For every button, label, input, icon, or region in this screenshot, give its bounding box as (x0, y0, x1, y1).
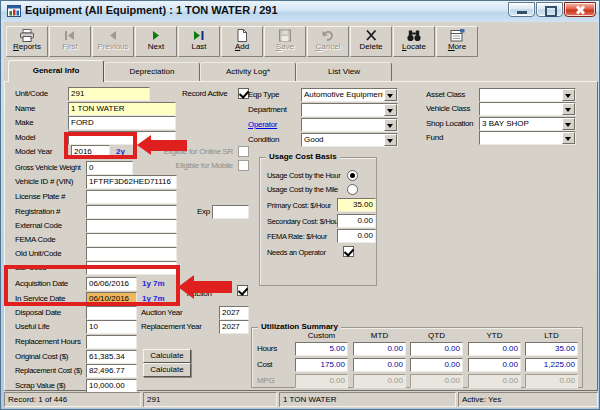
flagged-for-auction-checkbox[interactable] (237, 285, 248, 296)
usage-by-hour-radio[interactable] (347, 170, 358, 181)
dropdown-arrow-icon[interactable] (562, 103, 575, 115)
department-dropdown[interactable] (301, 103, 398, 117)
disposal-date-label: Disposal Date (15, 308, 61, 317)
external-code-field[interactable] (86, 219, 177, 233)
replacement-year-field[interactable]: 2027 (219, 320, 249, 334)
tab-general-info[interactable]: General Info (8, 60, 104, 82)
secondary-cost-label: Secondary Cost: $/Hour (267, 217, 340, 226)
fema-code-field[interactable] (86, 233, 177, 247)
usage-by-mile-radio[interactable] (347, 184, 358, 195)
dropdown-arrow-icon[interactable] (384, 119, 397, 131)
scrap-value-field[interactable]: 10,000.00 (86, 379, 137, 393)
minimize-button[interactable] (508, 2, 535, 17)
titlebar[interactable]: Equipment (All Equipment) : 1 TON WATER … (1, 1, 599, 22)
more-button[interactable]: More (436, 26, 478, 57)
operator-dropdown[interactable] (301, 118, 398, 132)
needs-operator-label: Needs an Operator (267, 248, 326, 257)
last-record-icon (191, 29, 207, 42)
disposal-date-field[interactable] (86, 306, 137, 320)
shop-location-dropdown[interactable]: 3 BAY SHOP (479, 117, 576, 131)
next-button[interactable]: Next (135, 26, 177, 57)
eqp-type-dropdown[interactable]: Automotive Equipment (301, 88, 398, 102)
util-row-hours-label: Hours (257, 344, 277, 353)
secondary-cost-field[interactable]: 0.00 (337, 214, 376, 228)
util-mpg-ltd: 0.00 (525, 374, 578, 388)
dropdown-arrow-icon[interactable] (562, 118, 575, 130)
first-button: First (49, 26, 91, 57)
external-code-label: External Code (15, 221, 62, 230)
operator-link[interactable]: Operator (248, 120, 277, 129)
vin-label: Vehicle ID # (VIN) (15, 177, 73, 186)
gvw-field[interactable]: 0 (86, 161, 133, 175)
dropdown-arrow-icon[interactable] (384, 89, 397, 101)
util-cost-mtd: 0.00 (353, 358, 406, 372)
replacement-hours-label: Replacement Hours (15, 337, 81, 346)
model-year-label: Model Year (15, 147, 52, 156)
dropdown-arrow-icon[interactable] (562, 89, 575, 101)
app-window: Equipment (All Equipment) : 1 TON WATER … (0, 0, 600, 410)
close-button[interactable] (564, 2, 596, 17)
condition-dropdown[interactable]: Good (301, 133, 398, 147)
dropdown-arrow-icon[interactable] (384, 134, 397, 146)
unit-code-field[interactable]: 291 (68, 87, 150, 101)
usage-cost-basis-title: Usage Cost Basis (266, 152, 340, 161)
registration-field[interactable] (86, 205, 177, 219)
shop-location-label: Shop Location (426, 119, 473, 128)
first-record-icon (62, 29, 78, 42)
license-plate-field[interactable] (86, 190, 177, 204)
util-row-cost-label: Cost (257, 360, 272, 369)
unit-code-label: Unit/Code (15, 89, 48, 98)
dropdown-arrow-icon[interactable] (562, 132, 575, 144)
tab-list-view[interactable]: List View (296, 62, 392, 82)
replacement-hours-field[interactable] (86, 335, 137, 349)
old-unit-code-field[interactable] (86, 247, 177, 261)
util-col-custom: Custom (295, 331, 348, 340)
minimize-icon (517, 11, 527, 14)
add-button[interactable]: Add (221, 26, 263, 57)
delete-x-icon (363, 29, 379, 42)
delete-button[interactable]: Delete (350, 26, 392, 57)
last-button[interactable]: Last (178, 26, 220, 57)
tab-activity-log[interactable]: Activity Log* (200, 62, 296, 82)
record-active-label: Record Active (182, 89, 227, 98)
calculate-replacement-cost-button[interactable]: Calculate (143, 363, 191, 377)
replacement-year-label: Replacement Year (141, 322, 202, 331)
useful-life-field[interactable]: 10 (86, 320, 137, 334)
asset-class-dropdown[interactable] (479, 88, 576, 102)
status-unit-code: 291 (143, 392, 277, 407)
util-col-ltd: LTD (525, 331, 578, 340)
util-cost-ltd: 1,225.00 (525, 358, 578, 372)
primary-cost-field[interactable]: 35.00 (337, 198, 376, 212)
auction-year-field[interactable]: 2027 (219, 306, 249, 320)
tab-depreciation[interactable]: Depreciation (104, 62, 200, 82)
model-year-arrow-icon (137, 135, 151, 155)
original-cost-field[interactable]: 61,385.34 (86, 350, 137, 364)
exp-field[interactable] (212, 205, 249, 219)
util-mpg-qtd: 0.00 (410, 374, 463, 388)
fund-label: Fund (426, 133, 443, 142)
maximize-button[interactable] (536, 2, 563, 17)
make-field[interactable]: FORD (68, 116, 176, 130)
fema-rate-field[interactable]: 0.00 (337, 229, 376, 243)
previous-button: Previous (92, 26, 134, 57)
dropdown-arrow-icon[interactable] (384, 104, 397, 116)
util-row-mpg-label: MPG (257, 376, 274, 385)
vin-field[interactable]: 1FTRF3D62HED71116 (86, 175, 177, 189)
service-date-highlight-box (4, 265, 180, 306)
replacement-cost-field[interactable]: 82,496.77 (86, 364, 137, 378)
undo-arrow-icon (320, 29, 336, 42)
scrap-value-label: Scrap Value ($) (15, 381, 66, 390)
calculate-original-cost-button[interactable]: Calculate (143, 349, 191, 363)
name-field[interactable]: 1 TON WATER (68, 102, 176, 116)
needs-operator-checkbox[interactable] (343, 246, 354, 257)
usage-by-mile-label: Usage Cost by the Mile (267, 185, 338, 194)
fema-rate-label: FEMA Rate: $/Hour (267, 232, 327, 241)
reports-button[interactable]: Reports (6, 26, 48, 57)
vehicle-class-dropdown[interactable] (479, 102, 576, 116)
fund-dropdown[interactable] (479, 131, 576, 145)
save-floppy-icon (277, 29, 293, 42)
printer-icon (19, 29, 35, 42)
model-label: Model (15, 133, 35, 142)
status-active: Active: Yes (458, 392, 598, 407)
locate-button[interactable]: Locate (393, 26, 435, 57)
